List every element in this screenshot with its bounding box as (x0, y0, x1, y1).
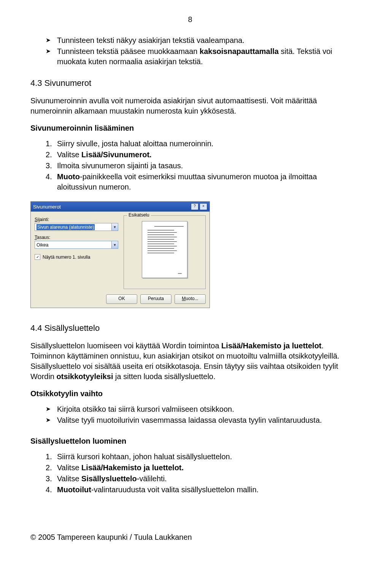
list-item: Valitse Sisällysluettelo-välilehti. (46, 474, 350, 484)
format-button[interactable]: Muoto... (175, 294, 206, 304)
text: -valintaruudusta voit valita sisällyslue… (91, 485, 259, 494)
text-bold: Lisää/Hakemisto ja luettelot (221, 341, 321, 350)
chevron-down-icon[interactable]: ▼ (111, 223, 118, 231)
list-item: Muotoilut-valintaruudusta voit valita si… (46, 485, 350, 495)
page-preview-icon (142, 221, 187, 278)
subheading: Otsikkotyylin vaihto (30, 389, 350, 398)
bullet-list: Kirjoita otsikko tai siirrä kursori valm… (46, 404, 350, 425)
list-item: Kirjoita otsikko tai siirrä kursori valm… (46, 404, 350, 414)
close-icon[interactable]: × (200, 203, 207, 210)
text: Siirry sivulle, josta haluat aloittaa nu… (57, 139, 213, 148)
dialog-title: Sivunumerot (33, 204, 61, 210)
sijainti-dropdown[interactable]: Sivun alareuna (alatunniste) ▼ (35, 223, 118, 231)
text: Siirrä kursori kohtaan, johon haluat sis… (57, 452, 232, 461)
text-bold: Muotoilut (57, 485, 91, 494)
list-item: Tunnisteen tekstiä pääsee muokkaamaan ka… (46, 46, 350, 67)
text: Valitse (57, 150, 81, 159)
page-numbers-dialog: Sivunumerot ? × Sijainti: Sivun alareuna… (30, 201, 210, 308)
copyright: © 2005 Tampereen kaupunki / Tuula Laukka… (30, 533, 350, 542)
list-item: Ilmoita sivunumeron sijainti ja tasaus. (46, 161, 350, 171)
ok-button[interactable]: OK (106, 294, 137, 304)
tasaus-label: Tasaus: (35, 235, 118, 240)
dialog-titlebar: Sivunumerot ? × (31, 202, 209, 212)
heading-4-3: 4.3 Sivunumerot (30, 78, 350, 88)
text-bold: Lisää/Sivunumerot. (81, 150, 152, 159)
subheading: Sisällysluettelon luominen (30, 437, 350, 446)
list-item: Siirrä kursori kohtaan, johon haluat sis… (46, 452, 350, 462)
dropdown-value: Oikea (36, 242, 48, 248)
text: -välilehti. (137, 474, 167, 483)
sijainti-label: Sijainti: (35, 217, 118, 222)
text: Ilmoita sivunumeron sijainti ja tasaus. (57, 161, 183, 170)
preview-groupbox: Esikatselu (124, 215, 206, 289)
text-bold: kaksoisnapauttamalla (200, 47, 279, 55)
page-number: 8 (30, 15, 350, 24)
list-item: Muoto-painikkeella voit esimerkiksi muut… (46, 172, 350, 192)
chevron-down-icon[interactable]: ▼ (111, 241, 118, 248)
text-bold: Lisää/Hakemisto ja luettelot. (81, 463, 184, 472)
text: Kirjoita otsikko tai siirrä kursori valm… (57, 405, 234, 413)
numbered-list: Siirry sivulle, josta haluat aloittaa nu… (46, 139, 350, 192)
preview-legend: Esikatselu (127, 212, 151, 218)
subheading: Sivunumeroinnin lisääminen (30, 124, 350, 133)
tasaus-dropdown[interactable]: Oikea ▼ (35, 241, 118, 249)
checkbox-label: Näytä numero 1. sivulla (43, 254, 90, 260)
paragraph: Sivunumeroinnin avulla voit numeroida as… (30, 96, 350, 116)
list-item: Valitse tyyli muotoilurivin vasemmassa l… (46, 415, 350, 425)
help-icon[interactable]: ? (191, 203, 198, 210)
text: ja sitten luoda sisällysluettelo. (113, 372, 216, 381)
text: Tunnisteen teksti näkyy asiakirjan tekst… (57, 36, 244, 44)
show-first-page-checkbox[interactable]: ✓ (35, 254, 40, 260)
paragraph: Sisällysluettelon luomiseen voi käyttää … (30, 341, 350, 382)
text-bold: otsikkotyyleiksi (57, 372, 113, 381)
list-item: Tunnisteen teksti näkyy asiakirjan tekst… (46, 35, 350, 46)
text: -painikkeella voit esimerkiksi muuttaa s… (57, 172, 317, 191)
intro-bullet-list: Tunnisteen teksti näkyy asiakirjan tekst… (46, 35, 350, 67)
list-item: Siirry sivulle, josta haluat aloittaa nu… (46, 139, 350, 149)
text-bold: Sisällysluettelo (81, 474, 137, 483)
heading-4-4: 4.4 Sisällysluettelo (30, 323, 350, 333)
numbered-list: Siirrä kursori kohtaan, johon haluat sis… (46, 452, 350, 495)
text: Valitse tyyli muotoilurivin vasemmassa l… (57, 416, 322, 424)
dropdown-value: Sivun alareuna (alatunniste) (36, 224, 95, 230)
text: Valitse (57, 474, 81, 483)
text: Sisällysluettelon luomiseen voi käyttää … (30, 341, 221, 350)
list-item: Valitse Lisää/Hakemisto ja luettelot. (46, 463, 350, 473)
text-bold: Muoto (57, 172, 80, 181)
text: Tunnisteen tekstiä pääsee muokkaamaan (57, 47, 200, 55)
list-item: Valitse Lisää/Sivunumerot. (46, 150, 350, 160)
cancel-button[interactable]: Peruuta (140, 294, 171, 304)
text: Valitse (57, 463, 81, 472)
